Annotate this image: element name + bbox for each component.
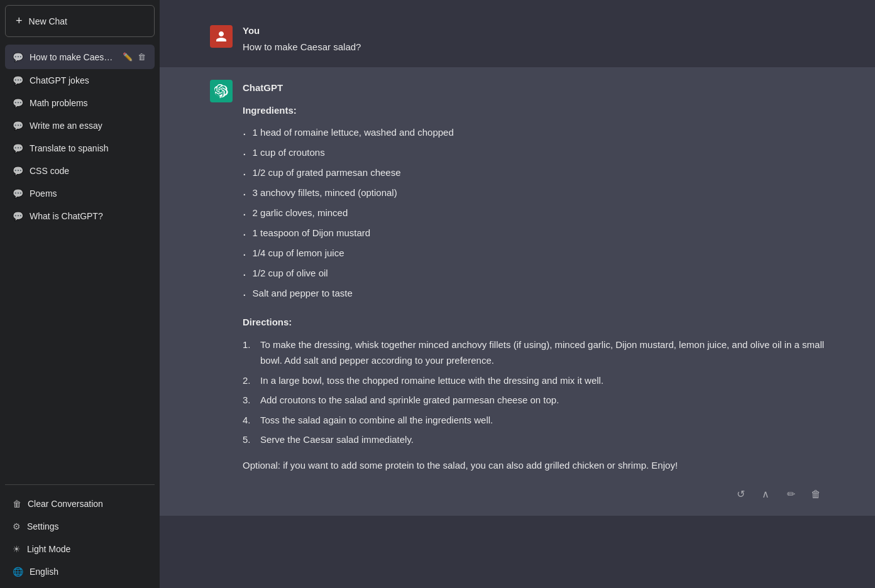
list-item: 3.Add croutons to the salad and sprinkle… — [243, 392, 825, 408]
chat-icon: 💬 — [13, 166, 23, 176]
list-item: 1/2 cup of olive oil — [243, 265, 825, 283]
chat-item-label: Translate to spanish — [30, 143, 147, 153]
gear-icon: ⚙ — [13, 521, 21, 531]
regenerate-icon[interactable]: ↺ — [732, 486, 749, 503]
sidebar-item-how-to-caesar[interactable]: 💬 How to make Caesar sa ✏️ 🗑 — [5, 45, 155, 69]
settings-label: Settings — [27, 521, 59, 531]
list-item: 1/4 cup of lemon juice — [243, 245, 825, 263]
list-item: 1.To make the dressing, whisk together m… — [243, 337, 825, 369]
edit-icon[interactable]: ✏ — [782, 486, 800, 503]
trash-icon: 🗑 — [13, 499, 21, 509]
chat-icon: 💬 — [13, 143, 23, 153]
ingredients-list: 1 head of romaine lettuce, washed and ch… — [243, 124, 825, 303]
list-item: 5.Serve the Caesar salad immediately. — [243, 432, 825, 448]
light-mode-label: Light Mode — [27, 544, 70, 554]
new-chat-label: New Chat — [29, 16, 67, 26]
chat-item-label: Poems — [30, 188, 147, 199]
edit-icon[interactable]: ✏️ — [121, 51, 134, 63]
list-item: 1 head of romaine lettuce, washed and ch… — [243, 124, 825, 142]
list-item: 1 teaspoon of Dijon mustard — [243, 225, 825, 242]
list-item: 2.In a large bowl, toss the chopped roma… — [243, 373, 825, 389]
sidebar-item-write-essay[interactable]: 💬 Write me an essay — [5, 114, 155, 137]
directions-list: 1.To make the dressing, whisk together m… — [243, 337, 825, 448]
chat-item-label: What is ChatGPT? — [30, 211, 147, 221]
assistant-name: ChatGPT — [243, 80, 825, 96]
sidebar-divider — [5, 484, 155, 485]
chat-icon: 💬 — [13, 98, 23, 108]
user-question: How to make Caesar salad? — [243, 40, 825, 55]
sidebar: + New Chat 💬 How to make Caesar sa ✏️ 🗑 … — [0, 0, 160, 588]
plus-icon: + — [16, 14, 23, 28]
chat-list: 💬 How to make Caesar sa ✏️ 🗑 💬 ChatGPT j… — [0, 42, 160, 479]
sidebar-item-translate-spanish[interactable]: 💬 Translate to spanish — [5, 137, 155, 160]
sidebar-item-css-code[interactable]: 💬 CSS code — [5, 160, 155, 182]
sidebar-item-math-problems[interactable]: 💬 Math problems — [5, 92, 155, 114]
chat-icon: 💬 — [13, 121, 23, 131]
up-vote-icon[interactable]: ∧ — [757, 486, 774, 503]
assistant-message-content: ChatGPT Ingredients: 1 head of romaine l… — [243, 80, 825, 503]
assistant-message-block: ChatGPT Ingredients: 1 head of romaine l… — [160, 67, 875, 516]
chat-item-label: Write me an essay — [30, 121, 147, 131]
delete-icon[interactable]: 🗑 — [807, 486, 825, 503]
list-item: 3 anchovy fillets, minced (optional) — [243, 185, 825, 202]
chat-item-label: CSS code — [30, 166, 147, 176]
sidebar-item-what-is-chatgpt[interactable]: 💬 What is ChatGPT? — [5, 205, 155, 227]
user-avatar — [210, 25, 233, 48]
chat-item-label: ChatGPT jokes — [30, 75, 147, 85]
delete-icon[interactable]: 🗑 — [136, 51, 147, 63]
list-item: 4.Toss the salad again to combine all th… — [243, 412, 825, 428]
chat-item-label: How to make Caesar sa — [30, 52, 115, 62]
user-name: You — [243, 25, 825, 36]
new-chat-button[interactable]: + New Chat — [5, 5, 155, 37]
language-label: English — [30, 567, 58, 577]
ingredients-heading: Ingredients: — [243, 102, 825, 119]
list-item: 1/2 cup of grated parmesan cheese — [243, 165, 825, 182]
clear-conversation-label: Clear Conversation — [28, 499, 103, 509]
sidebar-item-chatgpt-jokes[interactable]: 💬 ChatGPT jokes — [5, 69, 155, 92]
settings-button[interactable]: ⚙ Settings — [5, 515, 155, 538]
directions-heading: Directions: — [243, 314, 825, 330]
chat-item-actions: ✏️ 🗑 — [121, 51, 147, 63]
assistant-avatar — [210, 80, 233, 102]
language-button[interactable]: 🌐 English — [5, 560, 155, 583]
optional-text: Optional: if you want to add some protei… — [243, 458, 825, 473]
chat-icon: 💬 — [13, 52, 23, 62]
sun-icon: ☀ — [13, 544, 21, 554]
chat-icon: 💬 — [13, 75, 23, 85]
list-item: 1 cup of croutons — [243, 144, 825, 162]
sidebar-item-poems[interactable]: 💬 Poems — [5, 182, 155, 205]
light-mode-button[interactable]: ☀ Light Mode — [5, 538, 155, 560]
sidebar-bottom: 🗑 Clear Conversation ⚙ Settings ☀ Light … — [0, 490, 160, 588]
chat-item-label: Math problems — [30, 98, 147, 108]
chat-icon: 💬 — [13, 211, 23, 221]
clear-conversation-button[interactable]: 🗑 Clear Conversation — [5, 493, 155, 515]
list-item: Salt and pepper to taste — [243, 285, 825, 303]
user-message-block: You How to make Caesar salad? — [160, 13, 875, 67]
main-content: You How to make Caesar salad? ChatGPT In… — [160, 0, 875, 588]
list-item: 2 garlic cloves, minced — [243, 205, 825, 222]
assistant-actions: ↺ ∧ ✏ 🗑 — [243, 481, 825, 503]
globe-icon: 🌐 — [13, 567, 23, 577]
chat-icon: 💬 — [13, 188, 23, 199]
user-message-content: You How to make Caesar salad? — [243, 25, 825, 55]
